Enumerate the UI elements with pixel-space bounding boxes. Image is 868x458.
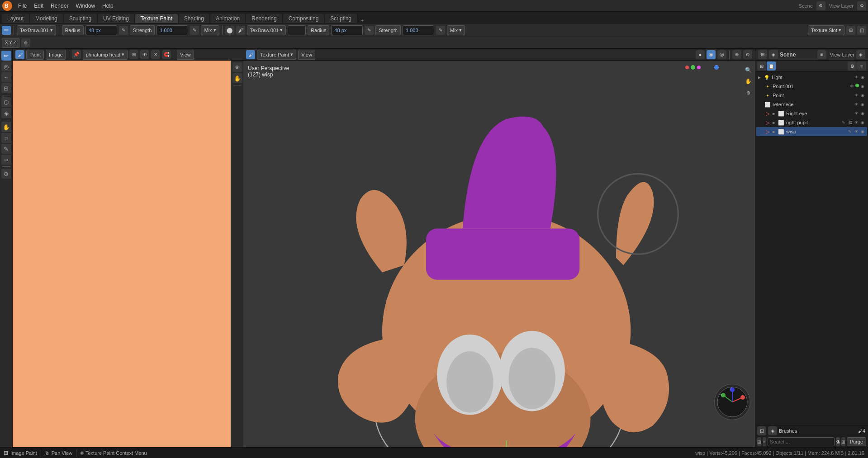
img-move-tool[interactable]: ✋ bbox=[232, 73, 242, 83]
right-eye-render-btn[interactable]: ◉ bbox=[860, 111, 865, 116]
outliner-item-light[interactable]: ▶ 💡 Light 👁 ◉ bbox=[756, 73, 867, 82]
brushes-toggle-btn[interactable]: ≡ bbox=[763, 437, 767, 446]
fill-tool[interactable]: ⬡ bbox=[1, 97, 11, 107]
brushes-filter-icon[interactable]: ⚗ bbox=[836, 437, 840, 446]
point001-render-btn[interactable]: ◉ bbox=[860, 84, 865, 89]
menu-file[interactable]: File bbox=[14, 2, 30, 10]
image-paint-mode-btn[interactable]: 🖌 bbox=[15, 50, 24, 59]
radius-pen-btn2[interactable]: ✎ bbox=[365, 26, 374, 35]
radius-selector2[interactable]: Radius bbox=[308, 25, 329, 35]
outliner-item-wisp[interactable]: ▷ ▶ ⬜ wisp ✎ 👁 ◉ bbox=[756, 127, 867, 136]
brushes-type-btn[interactable]: ◈ bbox=[768, 426, 777, 435]
outliner-item-reference[interactable]: ⬜ refernece 👁 ◉ bbox=[756, 100, 867, 109]
pin-btn[interactable]: 📌 bbox=[72, 50, 81, 59]
menu-edit[interactable]: Edit bbox=[30, 2, 47, 10]
right-pupil-edit-btn[interactable]: ✎ bbox=[841, 120, 846, 125]
snap-btn[interactable]: 🧲 bbox=[162, 50, 171, 59]
scene-icon-btn2[interactable]: ◈ bbox=[769, 50, 778, 59]
soften-tool[interactable]: ◎ bbox=[1, 61, 11, 71]
right-pupil-chain-btn[interactable]: ⛓ bbox=[847, 120, 853, 125]
shading-material-btn[interactable]: ◉ bbox=[707, 50, 716, 59]
paint-menu[interactable]: Paint bbox=[26, 50, 44, 60]
brush-mode-selector2[interactable]: TexDraw.001 ▾ bbox=[247, 25, 286, 35]
menu-help[interactable]: Help bbox=[99, 2, 117, 10]
radius-input2[interactable]: 48 px bbox=[331, 25, 363, 35]
tab-layout[interactable]: Layout bbox=[2, 14, 29, 23]
brushes-search-input[interactable] bbox=[768, 437, 835, 446]
point-render-btn[interactable]: ◉ bbox=[860, 93, 865, 98]
mix-selector2[interactable]: Mix ▾ bbox=[447, 25, 465, 35]
view-menu-3d[interactable]: View bbox=[298, 50, 315, 60]
image-menu[interactable]: Image bbox=[46, 50, 66, 60]
view-menu[interactable]: View bbox=[177, 50, 194, 60]
scene-icon-btn[interactable]: ⊞ bbox=[758, 50, 767, 59]
light-view-btn[interactable]: 👁 bbox=[854, 75, 859, 80]
outliner-item-point[interactable]: ● Point 👁 ◉ bbox=[756, 91, 867, 100]
shading-solid-btn[interactable]: ● bbox=[696, 50, 705, 59]
overlay-btn[interactable]: ⊕ bbox=[732, 50, 741, 59]
brush-mode-selector[interactable]: TexDraw.001 ▾ bbox=[17, 25, 56, 35]
strength-input[interactable]: 1.000 bbox=[157, 25, 188, 35]
grab-tool[interactable]: ✋ bbox=[1, 122, 11, 132]
vp-search-btn[interactable]: 🔍 bbox=[743, 65, 753, 75]
strength-selector2[interactable]: Strength bbox=[375, 25, 401, 35]
wisp-view-btn[interactable]: 👁 bbox=[854, 129, 859, 134]
light-render-btn[interactable]: ◉ bbox=[860, 75, 865, 80]
reference-render-btn[interactable]: ◉ bbox=[860, 102, 865, 107]
vp-tool3[interactable]: ⊕ bbox=[743, 88, 753, 98]
outliner-item-right-eye[interactable]: ▷ ▶ ⬜ Right eye 👁 ◉ bbox=[756, 109, 867, 118]
texture-slot-selector[interactable]: Texture Slot ▾ bbox=[808, 25, 844, 35]
strength-selector[interactable]: Strength bbox=[130, 25, 155, 35]
annotate-tool[interactable]: ✎ bbox=[1, 144, 11, 154]
scene-settings-btn[interactable]: ⚙ bbox=[816, 1, 825, 10]
tab-animation[interactable]: Animation bbox=[210, 14, 245, 23]
view-layer-icon[interactable]: ◈ bbox=[856, 50, 865, 59]
menu-window[interactable]: Window bbox=[72, 2, 99, 10]
brushes-icon-btn[interactable]: ⊞ bbox=[757, 426, 766, 435]
radius-input[interactable]: 48 px bbox=[85, 25, 117, 35]
texture-paint-menu[interactable]: Texture Paint ▾ bbox=[257, 50, 296, 60]
object-tools-btn[interactable]: ⊞ bbox=[129, 50, 138, 59]
outliner-item-point001[interactable]: ● Point.001 👁 ◉ bbox=[756, 82, 867, 91]
outliner-mode-btn[interactable]: 📋 bbox=[767, 61, 776, 71]
point-view-btn[interactable]: 👁 bbox=[854, 93, 859, 98]
color-picker-btn[interactable]: ⬤ bbox=[225, 26, 234, 35]
gizmo-btn[interactable]: ⊙ bbox=[743, 50, 752, 59]
mix-selector[interactable]: Mix ▾ bbox=[201, 25, 219, 35]
add-workspace-btn[interactable]: + bbox=[358, 18, 367, 23]
view-mode-btn[interactable]: ⊞ bbox=[846, 26, 855, 35]
tab-modeling[interactable]: Modeling bbox=[30, 14, 63, 23]
toggle-all-btn[interactable]: ≡ bbox=[857, 61, 866, 71]
right-pupil-view-btn[interactable]: 👁 bbox=[854, 120, 859, 125]
brushes-view-btn[interactable]: ⊞ bbox=[841, 437, 845, 446]
object-eye-btn[interactable]: 👁 bbox=[140, 50, 149, 59]
view-toggle-btn[interactable]: ◫ bbox=[857, 26, 866, 35]
paint-mode-btn[interactable]: 🖌 bbox=[246, 50, 255, 59]
transform-tool[interactable]: ⊕ bbox=[1, 169, 11, 179]
color-swatch[interactable] bbox=[288, 25, 306, 35]
menu-render[interactable]: Render bbox=[47, 2, 72, 10]
navigation-gizmo[interactable]: X Y Z bbox=[714, 384, 750, 420]
tab-uv-editing[interactable]: UV Editing bbox=[98, 14, 134, 23]
vp-tool2[interactable]: ✋ bbox=[743, 76, 753, 86]
axes-btn[interactable]: ⊕ bbox=[21, 38, 30, 47]
draw-tool-btn[interactable]: ✏ bbox=[2, 26, 11, 35]
tab-scripting[interactable]: Scripting bbox=[325, 14, 357, 23]
radius-pen-btn[interactable]: ✎ bbox=[119, 26, 128, 35]
radius-selector[interactable]: Radius bbox=[62, 25, 84, 35]
purge-button[interactable]: Purge bbox=[847, 437, 866, 446]
measure-tool[interactable]: ⊸ bbox=[1, 155, 11, 165]
point001-view-btn[interactable]: 👁 bbox=[849, 84, 854, 89]
view-layer-settings-btn[interactable]: ⚙ bbox=[857, 1, 866, 10]
outliner-item-right-pupil[interactable]: ▷ ▶ ⬜ right pupil ✎ ⛓ 👁 ◉ bbox=[756, 118, 867, 127]
right-eye-view-btn[interactable]: 👁 bbox=[854, 111, 859, 116]
object-x-btn[interactable]: ✕ bbox=[151, 50, 160, 59]
wisp-render-btn[interactable]: ◉ bbox=[860, 129, 865, 134]
filter-options-btn[interactable]: ⚙ bbox=[848, 61, 857, 71]
layer-tool[interactable]: ≡ bbox=[1, 133, 11, 143]
tab-shading[interactable]: Shading bbox=[179, 14, 209, 23]
tab-rendering[interactable]: Rendering bbox=[246, 14, 282, 23]
strength-pen-btn2[interactable]: ✎ bbox=[436, 26, 445, 35]
smear-tool[interactable]: ~ bbox=[1, 72, 11, 82]
strength-pen-btn[interactable]: ✎ bbox=[190, 26, 199, 35]
